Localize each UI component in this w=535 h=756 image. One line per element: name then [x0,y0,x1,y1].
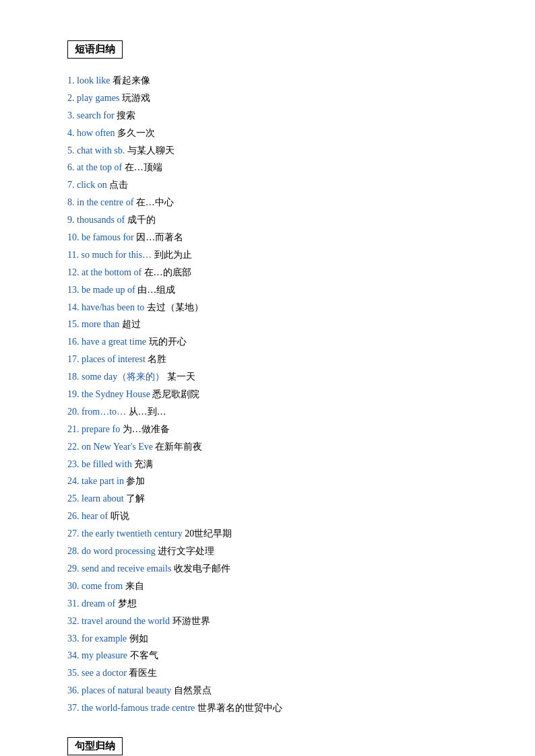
phrase-list: 1. look like 看起来像2. play games 玩游戏3. sea… [67,72,481,717]
list-item: 23. be filled with 充满 [67,456,481,473]
phrases-title: 短语归纳 [67,40,123,59]
list-item: 21. prepare fo 为…做准备 [67,421,481,438]
list-item: 1. look like 看起来像 [67,72,481,90]
list-item: 8. in the centre of 在…中心 [67,194,481,211]
list-item: 14. have/has been to 去过（某地） [67,299,481,316]
list-item: 19. the Sydney House 悉尼歌剧院 [67,386,481,403]
list-item: 34. my pleasure 不客气 [67,647,481,664]
list-item: 36. places of natural beauty 自然景点 [67,682,481,699]
list-item: 35. see a doctor 看医生 [67,664,481,682]
list-item: 17. places of interest 名胜 [67,351,481,368]
list-item: 20. from…to… 从…到… [67,403,481,421]
list-item: 24. take part in 参加 [67,473,481,490]
list-item: 9. thousands of 成千的 [67,211,481,229]
list-item: 10. be famous for 因…而著名 [67,229,481,246]
phrases-section: 短语归纳 1. look like 看起来像2. play games 玩游戏3… [67,40,481,717]
list-item: 22. on New Year's Eve 在新年前夜 [67,438,481,456]
list-item: 5. chat with sb. 与某人聊天 [67,142,481,160]
list-item: 2. play games 玩游戏 [67,90,481,107]
list-item: 37. the world-famous trade centre 世界著名的世… [67,699,481,717]
list-item: 6. at the top of 在…顶端 [67,159,481,176]
list-item: 7. click on 点击 [67,176,481,194]
list-item: 32. travel around the world 环游世界 [67,613,481,630]
list-item: 30. come from 来自 [67,578,481,595]
list-item: 33. for example 例如 [67,630,481,648]
sentences-section: 句型归纳 [67,737,481,756]
list-item: 4. how often 多久一次 [67,125,481,142]
list-item: 12. at the bottom of 在…的底部 [67,264,481,281]
list-item: 29. send and receive emails 收发电子邮件 [67,560,481,578]
list-item: 16. have a great time 玩的开心 [67,333,481,351]
list-item: 15. more than 超过 [67,316,481,333]
list-item: 11. so much for this… 到此为止 [67,246,481,264]
list-item: 3. search for 搜索 [67,107,481,125]
list-item: 18. some day（将来的） 某一天 [67,368,481,386]
list-item: 27. the early twentieth century 20世纪早期 [67,525,481,543]
list-item: 26. hear of 听说 [67,508,481,525]
list-item: 28. do word processing 进行文字处理 [67,543,481,560]
list-item: 25. learn about 了解 [67,490,481,508]
list-item: 13. be made up of 由…组成 [67,281,481,299]
list-item: 31. dream of 梦想 [67,595,481,613]
sentences-title: 句型归纳 [67,737,123,755]
